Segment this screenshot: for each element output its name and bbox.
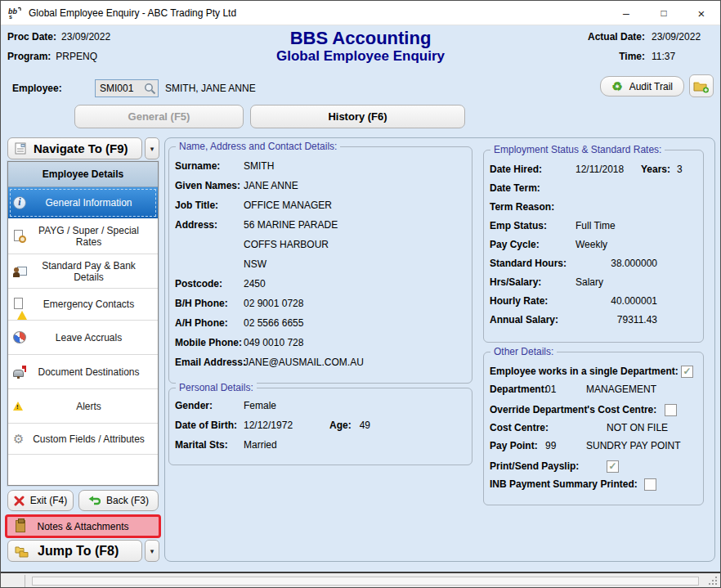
email-label: Email Address: [175, 357, 244, 368]
navigate-to-button[interactable]: Navigate To (F9) [7, 137, 142, 159]
minimize-button[interactable]: – [607, 1, 645, 25]
notes-attachments-label: Notes & Attachments [37, 521, 128, 532]
years-value: 3 [677, 164, 683, 175]
annual-salary-value: 79311.43 [575, 314, 657, 325]
address-label: Address: [175, 219, 244, 231]
folder-add-button[interactable] [689, 74, 714, 97]
employee-code-value: SMI001 [100, 83, 144, 94]
sidebar-item-label: Custom Fields / Attributes [33, 433, 145, 445]
bank-details-icon [13, 265, 27, 278]
resize-grip[interactable] [710, 577, 717, 585]
pay-cycle-label: Pay Cycle: [490, 239, 575, 250]
ah-phone-value: 02 5566 6655 [244, 317, 303, 329]
search-icon[interactable] [144, 83, 156, 95]
date-term-label: Date Term: [490, 182, 575, 194]
inb-payment-summary-label: INB Payment Summary Printed: [490, 478, 638, 491]
single-department-checkbox[interactable]: ✓ [681, 366, 693, 378]
surname-value: SMITH [244, 160, 274, 172]
other-details-legend: Other Details: [490, 346, 557, 357]
jump-dropdown-button[interactable]: ▾ [145, 540, 159, 562]
cost-centre-label: Cost Centre: [490, 422, 607, 434]
gender-value: Female [244, 400, 276, 411]
sidebar-group-header: Employee Details [8, 162, 158, 187]
surname-label: Surname: [175, 160, 244, 172]
bbs-logo-icon: bb s [8, 7, 23, 20]
age-label: Age: [329, 420, 352, 431]
exit-label: Exit (F4) [30, 495, 67, 506]
client-area: Proc Date:23/09/2022 Program:PRPENQ BBS … [1, 25, 720, 572]
department-label: Department: [490, 384, 545, 396]
annual-salary-label: Annual Salary: [490, 314, 575, 325]
info-icon: i [13, 196, 26, 209]
tab-history[interactable]: History (F6) [250, 105, 465, 128]
sidebar-item-general-information[interactable]: i General Information [8, 187, 158, 218]
back-button[interactable]: Back (F3) [78, 490, 159, 511]
other-details-section: Other Details: Employee works in a singl… [483, 352, 704, 505]
sidebar-item-document-destinations[interactable]: Document Destinations [8, 355, 158, 389]
svg-text:s: s [9, 14, 12, 20]
sidebar-panel: Employee Details i General Information P… [7, 161, 159, 486]
sidebar-item-payg-super-special-rates[interactable]: PAYG / Super / Special Rates [8, 218, 158, 254]
back-arrow-icon [88, 496, 101, 506]
pay-point-name: SUNDRY PAY POINT [586, 440, 681, 452]
sidebar-item-label: Document Destinations [38, 366, 139, 378]
mobile-phone-label: Mobile Phone: [175, 337, 244, 348]
sidebar-item-emergency-contacts[interactable]: Emergency Contacts [8, 289, 158, 321]
time-label: Time: [588, 51, 645, 62]
employment-status-section: Employment Status & Standard Rates: Date… [483, 150, 704, 343]
personal-details-legend: Personal Details: [176, 382, 257, 393]
date-time-block: Actual Date: 23/09/2022 Time: 11:37 [588, 31, 714, 62]
pay-cycle-value: Weekly [575, 239, 607, 250]
navigate-to-label: Navigate To (F9) [34, 141, 128, 155]
sidebar-item-alerts[interactable]: ! Alerts [8, 389, 158, 424]
hourly-rate-value: 40.000001 [575, 295, 657, 307]
tab-general[interactable]: General (F5) [74, 105, 244, 128]
window-title: Global Employee Enquiry - ABC Trading Pt… [29, 7, 236, 19]
dob-label: Date of Birth: [175, 420, 244, 431]
sidebar-item-custom-fields-attributes[interactable]: ⚙ Custom Fields / Attributes [8, 424, 158, 455]
emergency-contacts-icon [13, 298, 26, 311]
sidebar-item-standard-pay-bank-details[interactable]: Standard Pay & Bank Details [8, 254, 158, 289]
leave-accruals-icon [13, 331, 26, 343]
override-cost-centre-checkbox[interactable]: ✓ [665, 404, 677, 416]
years-label: Years: [641, 164, 670, 175]
bh-phone-label: B/H Phone: [175, 298, 244, 309]
folder-add-icon [693, 79, 710, 93]
sidebar-item-label: Standard Pay & Bank Details [28, 260, 150, 283]
jump-to-button[interactable]: Jump To (F8) [7, 540, 142, 562]
contact-details-section: Name, Address and Contact Details: Surna… [168, 146, 472, 384]
close-button[interactable]: × [683, 1, 720, 25]
maximize-button[interactable]: □ [645, 1, 683, 25]
address-line-3: NSW [244, 258, 266, 270]
navigate-dropdown-button[interactable]: ▾ [145, 137, 159, 159]
status-bar [1, 572, 720, 587]
given-names-value: JANE ANNE [244, 180, 298, 191]
term-reason-label: Term Reason: [490, 201, 575, 213]
given-names-label: Given Names: [175, 180, 244, 191]
sidebar-item-label: Emergency Contacts [43, 298, 134, 310]
exit-button[interactable]: Exit (F4) [7, 490, 74, 511]
standard-hours-value: 38.000000 [575, 258, 657, 269]
title-bar: bb s Global Employee Enquiry - ABC Tradi… [1, 1, 720, 25]
back-label: Back (F3) [106, 495, 149, 506]
hourly-rate-label: Hourly Rate: [490, 295, 575, 307]
job-title-label: Job Title: [175, 200, 244, 211]
payg-magnifier-icon [13, 230, 26, 243]
personal-details-section: Personal Details: Gender:Female Date of … [168, 388, 472, 465]
sidebar-item-label: PAYG / Super / Special Rates [28, 225, 150, 248]
inb-payment-summary-checkbox[interactable]: ✓ [644, 478, 656, 491]
sidebar-item-leave-accruals[interactable]: Leave Accruals [8, 321, 158, 355]
notes-clipboard-icon [16, 520, 25, 532]
notes-attachments-button[interactable]: Notes & Attachments [5, 514, 161, 538]
audit-trail-label: Audit Trail [629, 81, 673, 92]
status-cell [1, 575, 25, 587]
override-cost-centre-label: Override Department's Cost Centre: [490, 404, 656, 416]
warning-icon: ! [13, 402, 23, 411]
print-send-payslip-checkbox[interactable]: ✓ [607, 460, 619, 473]
audit-trail-button[interactable]: ♻ Audit Trail [600, 76, 684, 97]
recycle-icon: ♻ [611, 80, 622, 92]
emp-status-value: Full Time [575, 220, 616, 231]
date-hired-label: Date Hired: [490, 164, 575, 175]
email-value: JANE@AUSMAIL.COM.AU [244, 357, 364, 368]
employee-code-input[interactable]: SMI001 [95, 79, 159, 97]
